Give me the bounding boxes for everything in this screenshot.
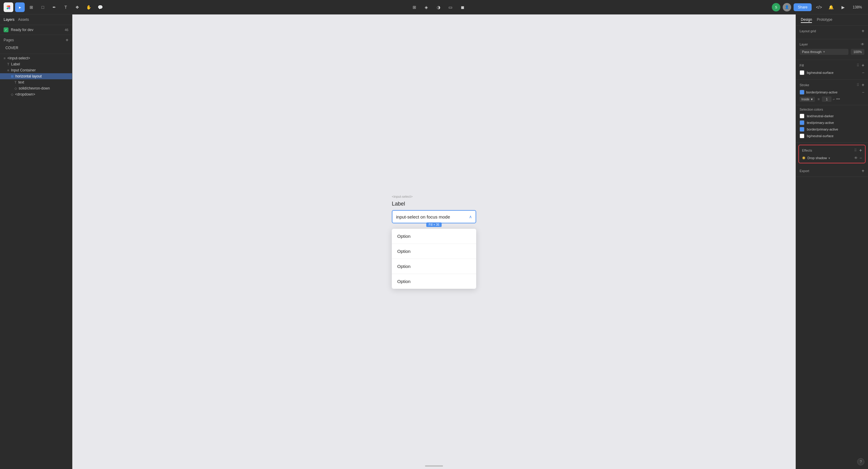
fill-grid-icon: ⠿	[857, 63, 859, 67]
dropdown-option-3[interactable]: Option	[392, 259, 476, 274]
add-export-button[interactable]: +	[862, 168, 864, 174]
fill-row: bg/neutral-surface −	[800, 70, 864, 75]
sel-label-2: border/primary-active	[807, 127, 838, 131]
layer-horizontal-layout[interactable]: ⊞ horizontal layout	[0, 73, 72, 79]
sel-color-row-0[interactable]: text/neutral-darker	[800, 114, 864, 119]
help-button[interactable]: ?	[857, 458, 864, 465]
remove-stroke-button[interactable]: −	[862, 90, 864, 95]
canvas-scrollbar[interactable]	[425, 465, 443, 467]
layer-visibility-icon[interactable]: 👁	[861, 42, 864, 46]
theme-tool[interactable]: ◑	[434, 2, 443, 12]
layer-label-text[interactable]: T Label	[0, 61, 72, 67]
effects-grip-icon: ⠿	[854, 148, 857, 153]
add-stroke-button[interactable]: +	[862, 83, 864, 87]
dropdown-option-1[interactable]: Option	[392, 229, 476, 244]
sel-color-row-3[interactable]: bg/neutral-surface	[800, 133, 864, 138]
grid-tool[interactable]: ⊞	[410, 2, 419, 12]
effect-label-0[interactable]: Drop shadow ▼	[807, 156, 852, 160]
component-name-label: Label	[392, 201, 405, 207]
sel-swatch-1	[800, 120, 804, 125]
component-tool[interactable]: ❖	[72, 2, 82, 12]
stroke-position-dropdown[interactable]: Inside ▼	[800, 97, 815, 102]
sel-swatch-0	[800, 114, 804, 119]
add-fill-button[interactable]: +	[862, 63, 864, 68]
layout-tool[interactable]: ▭	[446, 2, 456, 12]
select-tool[interactable]: ▸	[15, 2, 25, 12]
frame-icon: ≡	[7, 68, 9, 72]
notification-button[interactable]: 🔔	[826, 2, 836, 12]
effect-chevron-icon: ▼	[828, 157, 831, 160]
remove-effect-button[interactable]: −	[860, 156, 862, 160]
pages-section: Pages + COVER	[0, 35, 72, 54]
share-button[interactable]: Share	[794, 3, 812, 11]
page-cover[interactable]: COVER	[4, 44, 68, 51]
add-page-button[interactable]: +	[66, 37, 68, 43]
figma-logo-button[interactable]	[4, 2, 13, 12]
stroke-label[interactable]: border/primary-active	[806, 90, 860, 94]
canvas-content: <input-select> Label input-select on foc…	[392, 195, 476, 289]
dropdown-menu: Option Option Option Option	[392, 229, 476, 289]
fill-badge: Fill × 36	[426, 222, 441, 227]
ready-for-dev-badge[interactable]: ✓ Ready for dev 46	[0, 25, 72, 35]
pen-tool[interactable]: ✒	[50, 2, 59, 12]
layer-chevron-down[interactable]: ◇ solid/chevron-down	[0, 85, 72, 91]
ready-count: 46	[65, 28, 68, 32]
sel-color-row-2[interactable]: border/primary-active	[800, 127, 864, 132]
layer-label: Label	[11, 62, 20, 66]
hand-tool[interactable]: ✋	[84, 2, 93, 12]
layer-dropdown[interactable]: ◇ <dropdown>	[0, 91, 72, 97]
play-button[interactable]: ▶	[838, 2, 848, 12]
effect-visibility-icon[interactable]: 👁	[854, 156, 858, 160]
zoom-level[interactable]: 138%	[850, 4, 864, 10]
code-view-button[interactable]: </>	[814, 2, 824, 12]
fill-label[interactable]: bg/neutral-surface	[807, 71, 860, 74]
stroke-color-swatch[interactable]	[800, 90, 804, 95]
stroke-grid-icon: ⠿	[857, 83, 859, 87]
layer-label: <input-select>	[7, 56, 30, 60]
effects-title: Effects	[802, 149, 812, 152]
stroke-corner-icon: ⌐	[833, 97, 835, 101]
layer-text[interactable]: T text	[0, 79, 72, 85]
layer-label: solid/chevron-down	[19, 86, 50, 90]
remove-fill-button[interactable]: −	[862, 70, 864, 75]
toolbar-left: ▸ ⊞ □ ✒ T ❖ ✋ 💬	[4, 2, 105, 12]
fill-color-swatch[interactable]	[800, 70, 804, 75]
stroke-more-button[interactable]: •••	[836, 97, 840, 101]
layers-section: ≡ <input-select> T Label ≡ Input Contain…	[0, 54, 72, 469]
frame-tool[interactable]: ⊞	[27, 2, 36, 12]
plugin-tool[interactable]: ◈	[422, 2, 431, 12]
tab-design[interactable]: Design	[801, 17, 812, 23]
fill-section: Fill ⠿ + bg/neutral-surface −	[796, 60, 868, 80]
toolbar: ▸ ⊞ □ ✒ T ❖ ✋ 💬 ⊞ ◈ ◑ ▭ ◼ S 👤 Share </> …	[0, 0, 868, 14]
shape-tool[interactable]: □	[38, 2, 48, 12]
tab-layers[interactable]: Layers	[4, 17, 14, 22]
blend-chevron-icon: ▼	[823, 50, 826, 53]
drop-shadow-icon: ✺	[802, 156, 806, 160]
blend-mode-label: Pass through	[802, 50, 822, 54]
select-input-box[interactable]: input-select on focus mode ∧ Fill × 36	[392, 210, 476, 223]
dropdown-option-4[interactable]: Option	[392, 274, 476, 289]
blend-mode-dropdown[interactable]: Pass through ▼	[800, 49, 848, 55]
mode-tool[interactable]: ◼	[458, 2, 467, 12]
component-tag-label: <input-select>	[392, 195, 412, 198]
tab-assets[interactable]: Assets	[18, 17, 29, 22]
opacity-input[interactable]: 100%	[851, 49, 864, 55]
add-effect-button[interactable]: +	[859, 148, 862, 153]
add-layout-grid-button[interactable]: +	[862, 29, 864, 33]
sel-label-1: text/primary-active	[807, 121, 834, 124]
component-icon: ≡	[4, 56, 5, 60]
stroke-weight-input[interactable]: 1	[822, 96, 832, 102]
toolbar-center: ⊞ ◈ ◑ ▭ ◼	[410, 2, 467, 12]
dropdown-option-2[interactable]: Option	[392, 244, 476, 259]
layer-label: horizontal layout	[16, 74, 41, 79]
layer-input-select[interactable]: ≡ <input-select>	[0, 55, 72, 61]
fill-section-header: Fill ⠿ +	[800, 63, 864, 68]
sel-label-3: bg/neutral-surface	[807, 134, 834, 138]
comment-tool[interactable]: 💬	[95, 2, 105, 12]
tab-prototype[interactable]: Prototype	[817, 17, 832, 23]
layer-input-container[interactable]: ≡ Input Container	[0, 67, 72, 73]
layout-grid-section: Layout grid +	[796, 26, 868, 39]
export-title: Export	[800, 169, 809, 173]
text-tool[interactable]: T	[61, 2, 70, 12]
sel-color-row-1[interactable]: text/primary-active	[800, 120, 864, 125]
